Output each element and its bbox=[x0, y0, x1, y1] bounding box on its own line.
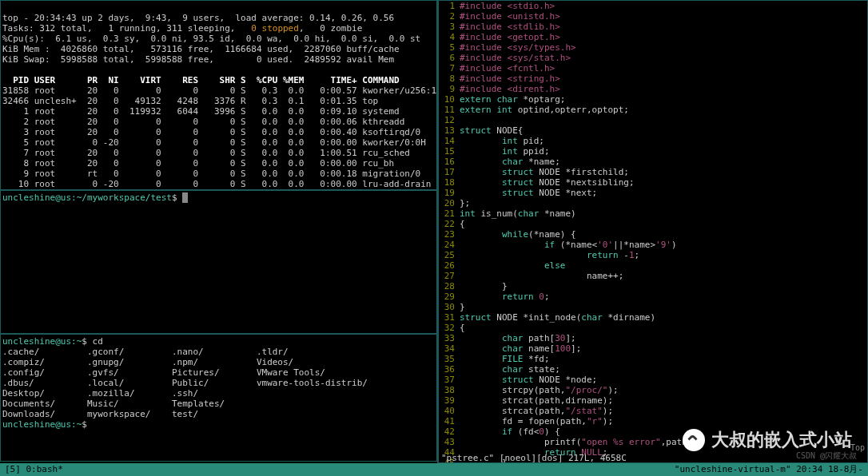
code-line[interactable]: 11extern int optind,opterr,optopt; bbox=[439, 105, 867, 115]
ls-directory-grid: .cache/ .gconf/ .nano/ .tldr/ .compiz/ .… bbox=[2, 347, 435, 419]
line-number: 24 bbox=[439, 240, 460, 250]
line-number: 22 bbox=[439, 219, 460, 229]
code-line[interactable]: 19 struct NODE *next; bbox=[439, 188, 867, 198]
line-number: 23 bbox=[439, 229, 460, 240]
code-line[interactable]: 35 FILE *fd; bbox=[439, 354, 867, 364]
line-number: 6 bbox=[439, 53, 460, 63]
line-number: 21 bbox=[439, 208, 460, 219]
line-number: 25 bbox=[439, 250, 460, 260]
top-hdr-line1: top - 20:34:43 up 2 days, 9:43, 9 users,… bbox=[2, 13, 394, 23]
code-line[interactable]: 39 strcat(path,dirname); bbox=[439, 395, 867, 406]
code-line[interactable]: 8#include <string.h> bbox=[439, 73, 867, 84]
line-number: 42 bbox=[439, 426, 460, 437]
line-number: 9 bbox=[439, 84, 460, 94]
line-number: 39 bbox=[439, 395, 460, 406]
code-line[interactable]: 13struct NODE{ bbox=[439, 125, 867, 136]
line-number: 38 bbox=[439, 385, 460, 395]
line-number: 10 bbox=[439, 94, 460, 105]
top-output-pane: top - 20:34:43 up 2 days, 9:43, 9 users,… bbox=[0, 0, 437, 190]
vim-editor-pane[interactable]: 1#include <stdio.h>2#include <unistd.h>3… bbox=[438, 0, 868, 463]
code-line[interactable]: 30} bbox=[439, 302, 867, 312]
top-table-header: PID USER PR NI VIRT RES SHR S %CPU %MEM … bbox=[2, 75, 400, 85]
code-line[interactable]: 25 return -1; bbox=[439, 250, 867, 260]
code-line[interactable]: 7#include <fcntl.h> bbox=[439, 63, 867, 73]
code-line[interactable]: 26 else bbox=[439, 260, 867, 271]
code-line[interactable]: 27 name++; bbox=[439, 271, 867, 281]
line-number: 35 bbox=[439, 354, 460, 364]
code-line[interactable]: 1#include <stdio.h> bbox=[439, 1, 867, 11]
tmux-host-clock: "uncleshine-virtual-m" 20:34 18-8月- bbox=[675, 463, 863, 476]
line-number: 19 bbox=[439, 188, 460, 198]
line-number: 15 bbox=[439, 146, 460, 157]
code-line[interactable]: 34 char name[100]; bbox=[439, 343, 867, 354]
line-number: 36 bbox=[439, 364, 460, 375]
line-number: 20 bbox=[439, 198, 460, 208]
line-number: 43 bbox=[439, 437, 460, 447]
code-line[interactable]: 22{ bbox=[439, 219, 867, 229]
tmux-status-bar[interactable]: [5] 0:bash* "uncleshine-virtual-m" 20:34… bbox=[0, 463, 868, 476]
line-number: 11 bbox=[439, 105, 460, 115]
line-number: 7 bbox=[439, 63, 460, 73]
code-line[interactable]: 2#include <unistd.h> bbox=[439, 11, 867, 22]
code-line[interactable]: 14 int pid; bbox=[439, 136, 867, 146]
code-line[interactable]: 15 int ppid; bbox=[439, 146, 867, 157]
shell-pane-bottom[interactable]: uncleshine@us:~$ cd .cache/ .gconf/ .nan… bbox=[0, 334, 437, 462]
line-number: 28 bbox=[439, 281, 460, 292]
line-number: 29 bbox=[439, 292, 460, 302]
line-number: 3 bbox=[439, 22, 460, 32]
code-line[interactable]: 38 strcpy(path,"/proc/"); bbox=[439, 385, 867, 395]
code-line[interactable]: 37 struct NODE *node; bbox=[439, 375, 867, 385]
code-line[interactable]: 28 } bbox=[439, 281, 867, 292]
line-number: 18 bbox=[439, 177, 460, 188]
code-line[interactable]: 43 printf("open %s error",path); bbox=[439, 437, 867, 447]
line-number: 16 bbox=[439, 157, 460, 167]
code-line[interactable]: 40 strcat(path,"/stat"); bbox=[439, 406, 867, 416]
code-line[interactable]: 31struct NODE *init_node(char *dirname) bbox=[439, 312, 867, 323]
code-line[interactable]: 42 if (fd<0) { bbox=[439, 426, 867, 437]
line-number: 27 bbox=[439, 271, 460, 281]
code-line[interactable]: 3#include <stdlib.h> bbox=[439, 22, 867, 32]
code-line[interactable]: 23 while(*name) { bbox=[439, 229, 867, 240]
line-number: 17 bbox=[439, 167, 460, 177]
code-line[interactable]: 5#include <sys/types.h> bbox=[439, 42, 867, 53]
code-line[interactable]: 20}; bbox=[439, 198, 867, 208]
tmux-window-list[interactable]: [5] 0:bash* bbox=[5, 463, 63, 476]
line-number: 8 bbox=[439, 73, 460, 84]
code-line[interactable]: 16 char *name; bbox=[439, 157, 867, 167]
line-number: 14 bbox=[439, 136, 460, 146]
line-number: 37 bbox=[439, 375, 460, 385]
code-line[interactable]: 18 struct NODE *nextsibling; bbox=[439, 177, 867, 188]
code-line[interactable]: 17 struct NODE *firstchild; bbox=[439, 167, 867, 177]
line-number: 32 bbox=[439, 323, 460, 333]
line-number: 33 bbox=[439, 333, 460, 343]
line-number: 26 bbox=[439, 260, 460, 271]
code-line[interactable]: 6#include <sys/stat.h> bbox=[439, 53, 867, 63]
top-process-rows: 31858 root 20 0 0 0 0 S 0.3 0.0 0:00.57 … bbox=[2, 85, 436, 190]
line-number: 4 bbox=[439, 32, 460, 42]
shell-pane-mid[interactable]: uncleshine@us:~/myworkspace/test$ bbox=[0, 190, 437, 334]
line-number: 12 bbox=[439, 115, 460, 125]
line-number: 34 bbox=[439, 343, 460, 354]
line-number: 40 bbox=[439, 406, 460, 416]
cursor-icon bbox=[182, 192, 188, 203]
csdn-watermark: CSDN @闪耀大叔 bbox=[796, 450, 857, 462]
code-line[interactable]: 12 bbox=[439, 115, 867, 125]
code-line[interactable]: 36 char state; bbox=[439, 364, 867, 375]
line-number: 41 bbox=[439, 416, 460, 426]
code-line[interactable]: 10extern char *optarg; bbox=[439, 94, 867, 105]
code-line[interactable]: 4#include <getopt.h> bbox=[439, 32, 867, 42]
line-number: 31 bbox=[439, 312, 460, 323]
line-number: 2 bbox=[439, 11, 460, 22]
line-number: 5 bbox=[439, 42, 460, 53]
code-line[interactable]: 24 if (*name<'0'||*name>'9') bbox=[439, 240, 867, 250]
code-line[interactable]: 21int is_num(char *name) bbox=[439, 208, 867, 219]
line-number: 1 bbox=[439, 1, 460, 11]
code-line[interactable]: 41 fd = fopen(path,"r"); bbox=[439, 416, 867, 426]
code-line[interactable]: 29 return 0; bbox=[439, 292, 867, 302]
code-line[interactable]: 33 char path[30]; bbox=[439, 333, 867, 343]
code-line[interactable]: 9#include <dirent.h> bbox=[439, 84, 867, 94]
code-line[interactable]: 32{ bbox=[439, 323, 867, 333]
line-number: 30 bbox=[439, 302, 460, 312]
line-number: 13 bbox=[439, 125, 460, 136]
